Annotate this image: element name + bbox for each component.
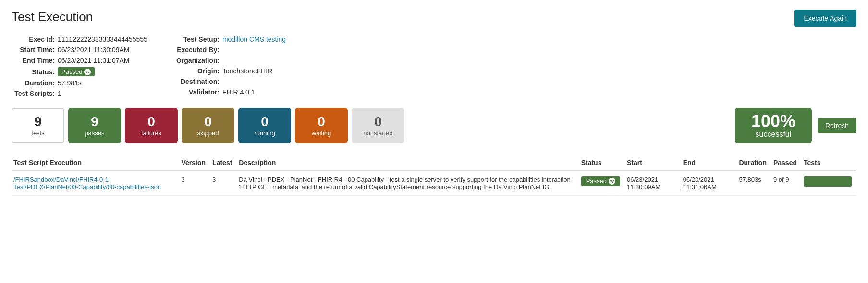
skipped-label: skipped xyxy=(197,130,219,137)
failures-number: 0 xyxy=(147,115,155,130)
stat-tests: 9 tests xyxy=(12,108,64,143)
stat-running: 0 running xyxy=(238,108,291,143)
col-test-script: Test Script Execution xyxy=(12,155,180,171)
passes-label: passes xyxy=(85,130,104,137)
page-title: Test Execution xyxy=(12,10,93,24)
not-started-number: 0 xyxy=(374,115,382,130)
col-version: Version xyxy=(180,155,211,171)
col-description: Description xyxy=(237,155,579,171)
test-script-link[interactable]: /FHIRSandbox/DaVinci/FHIR4-0-1-Test/PDEX… xyxy=(13,176,161,190)
failures-label: failures xyxy=(141,130,161,137)
refresh-button[interactable]: Refresh xyxy=(818,118,856,133)
tests-number: 9 xyxy=(34,115,42,130)
cell-description: Da Vinci - PDEX - PlanNet - FHIR R4 - 00… xyxy=(237,171,579,196)
destination-label: Destination: xyxy=(176,78,220,85)
status-badge: Passed W xyxy=(58,67,95,76)
col-latest: Latest xyxy=(210,155,237,171)
success-box: 100% successful xyxy=(735,108,812,143)
success-label: successful xyxy=(756,130,792,139)
stat-skipped: 0 skipped xyxy=(182,108,234,143)
running-number: 0 xyxy=(261,115,269,130)
row-status-badge: Passed W xyxy=(581,176,620,186)
duration-label: Duration: xyxy=(12,79,55,87)
cell-status: Passed W xyxy=(579,171,625,196)
status-badge-text: Passed xyxy=(61,68,82,75)
test-setup-value[interactable]: modillon CMS testing xyxy=(222,35,286,43)
test-setup-label: Test Setup: xyxy=(176,35,220,43)
stats-row: 9 tests 9 passes 0 failures 0 skipped 0 … xyxy=(12,108,856,143)
tests-label: tests xyxy=(31,130,44,137)
col-tests: Tests xyxy=(802,155,856,171)
cell-duration: 57.803s xyxy=(737,171,771,196)
not-started-label: not started xyxy=(363,130,392,137)
execute-again-button[interactable]: Execute Again xyxy=(794,10,856,27)
cell-latest: 3 xyxy=(210,171,237,196)
col-end: End xyxy=(681,155,737,171)
cell-test-script: /FHIRSandbox/DaVinci/FHIR4-0-1-Test/PDEX… xyxy=(12,171,180,196)
col-duration: Duration xyxy=(737,155,771,171)
w-icon: W xyxy=(84,69,91,75)
end-time-label: End Time: xyxy=(12,57,55,64)
stat-failures: 0 failures xyxy=(125,108,178,143)
stat-waiting: 0 waiting xyxy=(295,108,348,143)
cell-end: 06/23/2021 11:31:06AM xyxy=(681,171,737,196)
validator-label: Validator: xyxy=(176,88,220,96)
executed-by-label: Executed By: xyxy=(176,46,220,54)
table-header-row: Test Script Execution Version Latest Des… xyxy=(12,155,856,171)
origin-label: Origin: xyxy=(176,67,220,75)
start-time-label: Start Time: xyxy=(12,46,55,54)
test-scripts-value: 1 xyxy=(58,90,61,97)
running-label: running xyxy=(254,130,275,137)
duration-value: 57.981s xyxy=(58,79,82,87)
test-scripts-label: Test Scripts: xyxy=(12,90,55,97)
stat-passes: 9 passes xyxy=(68,108,121,143)
results-table: Test Script Execution Version Latest Des… xyxy=(12,155,856,196)
exec-id-value: 111122222333333444455555 xyxy=(58,35,147,43)
cell-version: 3 xyxy=(180,171,211,196)
waiting-number: 0 xyxy=(318,115,325,130)
col-start: Start xyxy=(625,155,681,171)
col-status: Status xyxy=(579,155,625,171)
passes-number: 9 xyxy=(91,115,98,130)
success-percent: 100% xyxy=(751,113,795,130)
waiting-label: waiting xyxy=(312,130,331,137)
status-label: Status: xyxy=(12,68,55,76)
cell-passed: 9 of 9 xyxy=(771,171,802,196)
exec-id-label: Exec Id: xyxy=(12,35,55,43)
validator-value: FHIR 4.0.1 xyxy=(222,88,255,96)
progress-bar xyxy=(804,176,852,187)
stat-not-started: 0 not started xyxy=(352,108,404,143)
end-time-value: 06/23/2021 11:31:07AM xyxy=(58,57,129,64)
start-time-value: 06/23/2021 11:30:09AM xyxy=(58,46,129,54)
organization-label: Organization: xyxy=(176,57,220,64)
meta-left: Exec Id: 111122222333333444455555 Start … xyxy=(12,35,147,97)
table-row: /FHIRSandbox/DaVinci/FHIR4-0-1-Test/PDEX… xyxy=(12,171,856,196)
meta-right: Test Setup: modillon CMS testing Execute… xyxy=(176,35,286,97)
skipped-number: 0 xyxy=(204,115,212,130)
col-passed: Passed xyxy=(771,155,802,171)
cell-tests-bar xyxy=(802,171,856,196)
origin-value: TouchstoneFHIR xyxy=(222,67,272,75)
row-w-icon: W xyxy=(609,178,615,185)
cell-start: 06/23/2021 11:30:09AM xyxy=(625,171,681,196)
